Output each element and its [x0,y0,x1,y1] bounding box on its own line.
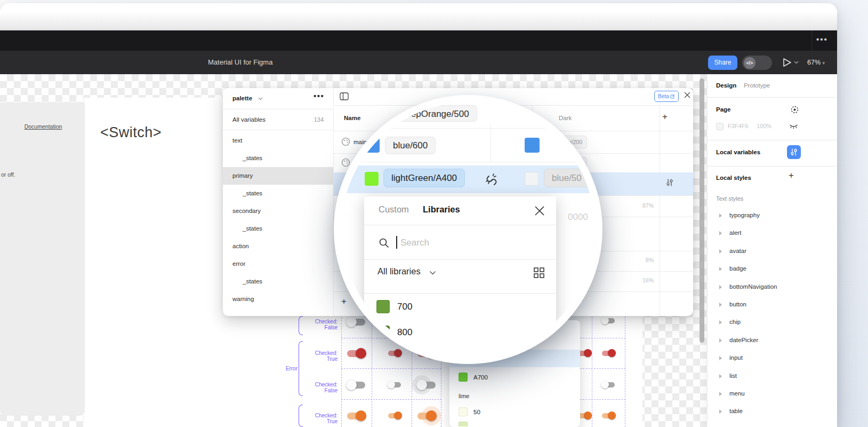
close-icon[interactable] [684,91,691,99]
tab-design[interactable]: Design [716,82,736,89]
switch-component[interactable] [387,349,402,358]
present-button[interactable] [783,58,799,67]
switch-component[interactable] [346,348,366,359]
collections-list: palette ••• All variables 134 text_state… [223,88,334,316]
guide-line [625,314,625,427]
switch-component[interactable] [601,381,616,389]
switch-component[interactable] [387,381,402,389]
zoom-menu[interactable]: 67% ▾ [807,59,825,66]
text-style-group[interactable]: typography [708,207,837,225]
group-label: secondary [232,208,261,214]
library-color-item[interactable]: 700 [364,300,556,326]
guide-line [592,314,592,427]
window-top-strip [0,3,837,30]
text-style-group[interactable]: avatar [708,243,837,260]
annotation-checked-false: Checked: False [304,382,337,393]
variable-value-chip[interactable]: lightGreen/A400 [383,169,465,187]
add-variable-button[interactable]: + [341,296,347,307]
group-item[interactable]: action [223,238,333,255]
library-section-label: lime [459,393,469,399]
page-section-label: Page [716,106,731,113]
text-style-group[interactable]: chip [708,314,837,331]
switch-component[interactable] [346,410,366,421]
dev-mode-toggle[interactable]: </> [742,56,772,70]
text-style-group[interactable]: badge [708,260,837,278]
variables-cycle-icon[interactable] [790,106,799,114]
detach-variable-icon[interactable] [483,171,499,187]
group-item[interactable]: primary [223,167,333,185]
text-style-group[interactable]: datePicker [708,332,837,350]
beta-badge[interactable]: Beta [654,91,679,102]
group-item[interactable]: _states [223,149,333,167]
variable-value-chip[interactable]: blue/50 [544,169,590,187]
group-item[interactable]: text [223,132,333,149]
tab-prototype[interactable]: Prototype [744,82,770,89]
switch-component[interactable] [416,379,437,390]
share-button[interactable]: Share [708,56,737,70]
collection-name[interactable]: palette [232,95,252,101]
add-column-button[interactable]: + [662,112,668,122]
group-item[interactable]: warning [223,290,333,308]
tab-libraries[interactable]: Libraries [423,204,460,215]
text-style-group[interactable]: input [708,350,837,367]
color-swatch [525,172,539,186]
local-variables-label: Local variables [716,149,760,155]
sliders-icon[interactable] [665,178,674,187]
guide-line [341,399,441,400]
dev-mode-icon: </> [744,57,756,69]
chevron-right-icon [719,213,722,218]
library-item[interactable]: A700 [449,370,580,386]
page-color-opacity[interactable]: 100% [757,123,771,129]
page-color-swatch[interactable] [716,123,724,130]
switch-component[interactable] [387,412,402,420]
toggle-sidebar-icon[interactable] [340,92,349,100]
switch-component[interactable] [416,410,437,421]
text-style-group-label: list [729,373,737,379]
documentation-link[interactable]: Documentation [7,123,79,130]
search-input[interactable] [399,236,517,250]
text-style-group[interactable]: bottomNavigation [708,279,837,296]
tab-custom[interactable]: Custom [379,204,409,215]
all-variables-row[interactable]: All variables 134 [223,109,333,130]
group-item[interactable]: _states [223,273,333,290]
chevron-down-icon: ▾ [823,60,825,66]
group-item[interactable]: secondary [223,202,333,220]
zoom-level: 67% [807,59,821,66]
text-style-group[interactable]: alert [708,225,837,242]
text-style-group[interactable]: list [708,368,837,385]
switch-component[interactable] [601,317,616,325]
text-style-group[interactable]: button [708,296,837,314]
local-styles-label: Local styles [716,175,751,181]
text-style-group-label: button [729,301,746,307]
window-menu-icon[interactable]: ••• [816,35,828,44]
switch-component[interactable] [346,379,366,390]
group-item[interactable]: _states [223,220,333,238]
magnifier-ring: deepOrange/500 blue/600 lightGreen/A400 [334,95,602,364]
eye-closed-icon[interactable] [789,123,798,130]
guide-line [580,368,625,369]
group-item[interactable]: _states [223,185,333,202]
library-item[interactable]: 50 [449,405,580,421]
library-filter[interactable]: All libraries [377,266,421,276]
group-label: _states [243,225,262,232]
group-bracket [299,405,303,427]
switch-component[interactable] [601,349,616,358]
close-icon[interactable] [534,205,545,217]
play-icon [783,58,799,67]
text-style-group[interactable]: table [708,403,837,421]
file-title: Material UI for Figma [208,58,272,66]
canvas-scrollbar[interactable] [700,78,704,343]
variable-value-chip[interactable]: blue/600 [385,137,436,154]
open-variables-button[interactable] [787,145,801,159]
switch-component[interactable] [346,317,366,327]
page-color-hex[interactable]: F3F4F6 [728,123,749,129]
add-style-button[interactable]: + [789,170,794,181]
group-item[interactable]: error [223,255,333,273]
group-label: _states [243,278,262,284]
text-style-group[interactable]: menu [708,385,837,403]
color-swatch [365,172,379,186]
color-swatch [459,373,468,382]
collection-menu-icon[interactable]: ••• [314,91,324,100]
grid-view-icon[interactable] [534,267,544,278]
switch-component[interactable] [601,412,616,420]
